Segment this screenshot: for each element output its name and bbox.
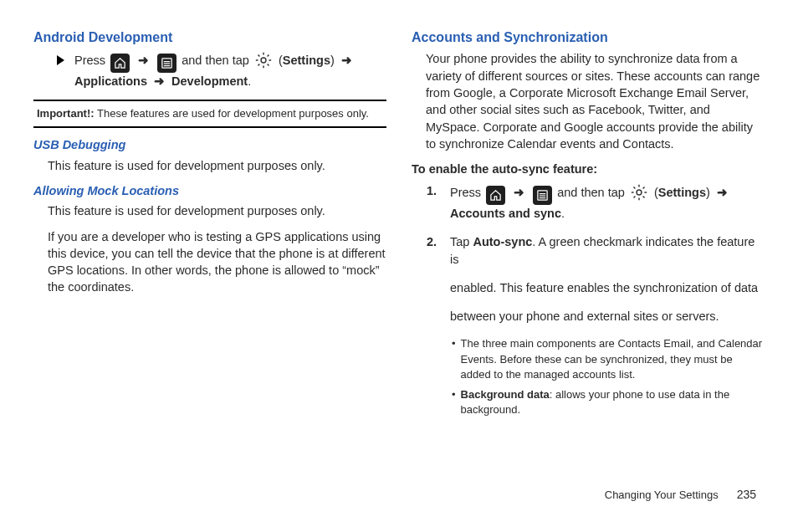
- step-2-body: Tap Auto-sync. A green checkmark indicat…: [450, 233, 765, 422]
- enable-autosync-heading: To enable the auto-sync feature:: [412, 161, 765, 177]
- accounts-intro: Your phone provides the ability to synch…: [412, 50, 765, 152]
- menu-icon: [157, 54, 176, 73]
- footer-page-number: 235: [737, 487, 756, 504]
- mock-p2: If you are a developer who is testing a …: [33, 228, 386, 296]
- bullet-icon: •: [452, 387, 456, 417]
- arrow-icon: ➜: [138, 54, 149, 67]
- svg-point-4: [261, 58, 266, 63]
- step-1: 1. Press ➜ and then tap (Settings) ➜: [427, 182, 765, 222]
- triangle-bullet-icon: [57, 55, 64, 65]
- step2-line3: between your phone and external sites or…: [450, 308, 765, 325]
- bullet2-text: Background data: allows your phone to us…: [461, 387, 765, 417]
- step-2: 2. Tap Auto-sync. A green checkmark indi…: [427, 233, 765, 422]
- and-then-tap-label: and then tap: [557, 186, 625, 199]
- press-label: Press: [74, 54, 105, 67]
- heading-usb-debugging: USB Debugging: [33, 136, 386, 153]
- gear-icon: [630, 182, 649, 202]
- background-data-label: Background data: [461, 388, 550, 401]
- home-icon: [110, 54, 130, 73]
- autosync-label: Auto-sync: [473, 235, 532, 248]
- period: .: [248, 74, 251, 88]
- and-then-tap-label: and then tap: [182, 54, 249, 67]
- press-label: Press: [450, 186, 481, 199]
- arrow-icon: ➜: [717, 186, 728, 199]
- arrow-icon: ➜: [514, 186, 524, 199]
- svg-point-9: [637, 190, 642, 195]
- close-paren: ): [330, 54, 335, 67]
- bullet-icon: •: [452, 336, 456, 382]
- left-column: Android Development Press ➜ and then tap…: [33, 28, 386, 434]
- steps-list: 1. Press ➜ and then tap (Settings) ➜: [412, 182, 765, 422]
- tap-label: Tap: [450, 235, 469, 248]
- footer-section: Changing Your Settings: [605, 488, 719, 503]
- bullet1-text: The three main components are Contacts E…: [461, 336, 765, 382]
- usb-text: This feature is used for development pur…: [33, 157, 386, 174]
- menu-icon: [533, 186, 552, 205]
- arrow-icon: ➜: [341, 54, 352, 67]
- step-number: 1.: [427, 182, 440, 222]
- right-column: Accounts and Synchronization Your phone …: [412, 28, 765, 434]
- android-dev-step: Press ➜ and then tap (Settings) ➜ Applic…: [33, 50, 386, 90]
- applications-label: Applications: [74, 74, 147, 88]
- list-item: • Background data: allows your phone to …: [452, 387, 765, 417]
- settings-label: Settings: [283, 54, 330, 67]
- step-number: 2.: [427, 233, 440, 422]
- home-icon: [486, 186, 505, 205]
- important-label: Important!:: [37, 107, 95, 120]
- period: .: [561, 207, 565, 220]
- settings-label: Settings: [658, 186, 706, 199]
- arrow-icon: ➜: [154, 74, 165, 88]
- development-label: Development: [171, 74, 248, 88]
- mock-p1: This feature is used for development pur…: [33, 202, 386, 219]
- step-1-body: Press ➜ and then tap (Settings) ➜: [450, 182, 765, 222]
- list-item: • The three main components are Contacts…: [452, 336, 765, 382]
- important-note: Important!: These features are used for …: [33, 101, 386, 128]
- heading-accounts-sync: Accounts and Synchronization: [412, 28, 765, 47]
- important-text: These features are used for development …: [97, 107, 369, 120]
- step2-line2: enabled. This feature enables the synchr…: [450, 279, 765, 296]
- android-dev-step-text: Press ➜ and then tap (Settings) ➜ Applic…: [74, 50, 386, 90]
- accounts-and-sync-label: Accounts and sync: [450, 207, 561, 220]
- close-paren: ): [706, 186, 710, 199]
- heading-mock-locations: Allowing Mock Locations: [33, 182, 386, 199]
- sub-bullets: • The three main components are Contacts…: [450, 336, 765, 417]
- page-footer: Changing Your Settings 235: [605, 487, 756, 504]
- heading-android-development: Android Development: [33, 28, 386, 47]
- gear-icon: [254, 50, 274, 69]
